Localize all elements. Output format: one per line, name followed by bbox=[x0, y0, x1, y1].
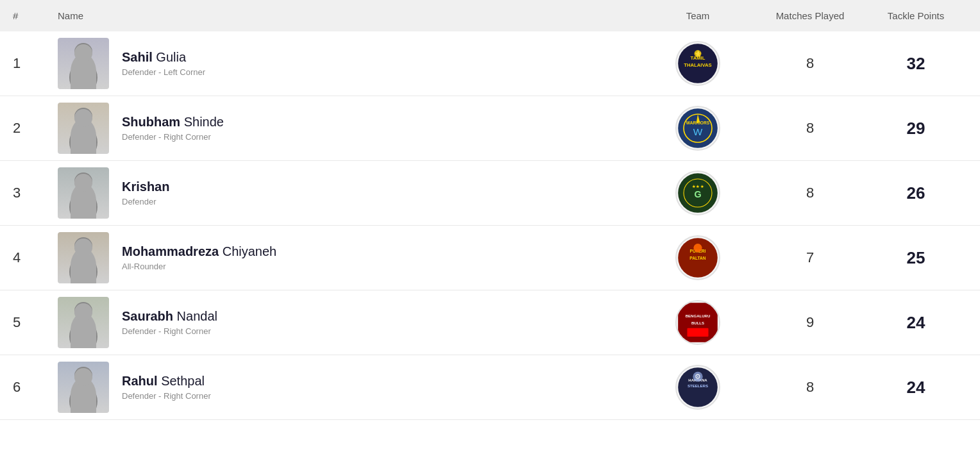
points-cell: 26 bbox=[865, 183, 967, 203]
rank-cell: 2 bbox=[13, 120, 58, 137]
table-body: 1 Sahil Gulia Defender - Left Corner TAM… bbox=[0, 31, 980, 420]
player-first-name: Krishan bbox=[122, 180, 169, 194]
player-info: Shubham Shinde Defender - Right Corner bbox=[122, 115, 224, 142]
rank-cell: 6 bbox=[13, 379, 58, 396]
player-info: Sahil Gulia Defender - Left Corner bbox=[122, 50, 205, 77]
leaderboard-table: # Name Team Matches Played Tackle Points… bbox=[0, 0, 980, 461]
player-position: Defender - Right Corner bbox=[122, 391, 211, 401]
team-cell: WARRIORS W bbox=[640, 106, 756, 151]
team-logo: WARRIORS W bbox=[675, 106, 720, 151]
table-row[interactable]: 1 Sahil Gulia Defender - Left Corner TAM… bbox=[0, 31, 980, 96]
table-row[interactable]: 5 Saurabh Nandal Defender - Right Corner… bbox=[0, 290, 980, 355]
player-first-name: Sahil bbox=[122, 50, 153, 64]
table-row[interactable]: 2 Shubham Shinde Defender - Right Corner bbox=[0, 96, 980, 161]
points-cell: 29 bbox=[865, 119, 967, 138]
player-photo bbox=[58, 103, 109, 154]
player-cell: Rahul Sethpal Defender - Right Corner bbox=[58, 362, 640, 413]
svg-point-25 bbox=[693, 244, 702, 252]
svg-point-7 bbox=[74, 108, 92, 126]
player-photo bbox=[58, 362, 109, 413]
player-info: Rahul Sethpal Defender - Right Corner bbox=[122, 374, 211, 401]
svg-rect-31 bbox=[688, 328, 709, 337]
player-photo bbox=[58, 232, 109, 283]
team-cell: HARYANA STEELERS ⚙ bbox=[640, 365, 756, 410]
team-logo: TAMIL THALAIVAS ⭐ bbox=[675, 41, 720, 86]
rank-cell: 1 bbox=[13, 55, 58, 72]
player-cell: Mohammadreza Chiyaneh All-Rounder bbox=[58, 232, 640, 283]
svg-text:THALAIVAS: THALAIVAS bbox=[684, 62, 711, 68]
team-header: Team bbox=[640, 10, 756, 21]
svg-text:G: G bbox=[694, 189, 701, 199]
rank-cell: 4 bbox=[13, 249, 58, 266]
points-cell: 24 bbox=[865, 378, 967, 398]
player-name: Sahil Gulia bbox=[122, 50, 205, 65]
player-first-name: Mohammadreza bbox=[122, 244, 219, 258]
svg-point-1 bbox=[69, 61, 97, 89]
table-row[interactable]: 4 Mohammadreza Chiyaneh All-Rounder PUNE… bbox=[0, 226, 980, 290]
svg-text:W: W bbox=[693, 126, 703, 137]
table-row[interactable]: 3 Krishan Defender ★ ★ ★ G bbox=[0, 161, 980, 226]
player-cell: Saurabh Nandal Defender - Right Corner bbox=[58, 297, 640, 348]
svg-text:STEELERS: STEELERS bbox=[688, 384, 708, 388]
svg-point-27 bbox=[69, 320, 97, 348]
player-position: All-Rounder bbox=[122, 262, 276, 271]
player-position: Defender bbox=[122, 197, 169, 206]
player-position: Defender - Right Corner bbox=[122, 326, 217, 336]
player-name: Rahul Sethpal bbox=[122, 374, 211, 389]
svg-point-33 bbox=[69, 385, 97, 413]
rank-cell: 5 bbox=[13, 314, 58, 331]
matches-cell: 7 bbox=[756, 249, 865, 266]
player-name: Shubham Shinde bbox=[122, 115, 224, 130]
svg-text:⭐: ⭐ bbox=[695, 50, 702, 58]
player-last-name: Nandal bbox=[177, 309, 217, 323]
matches-cell: 8 bbox=[756, 55, 865, 72]
svg-point-8 bbox=[69, 126, 97, 154]
team-logo: HARYANA STEELERS ⚙ bbox=[675, 365, 720, 410]
name-header: Name bbox=[58, 10, 640, 21]
svg-point-21 bbox=[69, 255, 97, 283]
team-logo: BENGALURU BULLS bbox=[675, 300, 720, 345]
svg-text:BULLS: BULLS bbox=[691, 321, 704, 325]
matches-cell: 8 bbox=[756, 379, 865, 396]
points-cell: 32 bbox=[865, 54, 967, 74]
player-cell: Krishan Defender bbox=[58, 167, 640, 219]
team-logo: PUNERI PALTAN bbox=[675, 235, 720, 280]
table-header: # Name Team Matches Played Tackle Points bbox=[0, 0, 980, 31]
svg-text:PALTAN: PALTAN bbox=[689, 256, 706, 260]
player-position: Defender - Left Corner bbox=[122, 67, 205, 77]
player-name: Mohammadreza Chiyaneh bbox=[122, 244, 276, 259]
matches-header: Matches Played bbox=[756, 10, 865, 21]
svg-text:★ ★ ★: ★ ★ ★ bbox=[692, 185, 704, 189]
player-position: Defender - Right Corner bbox=[122, 132, 224, 142]
player-name: Krishan bbox=[122, 180, 169, 194]
svg-point-14 bbox=[74, 172, 92, 190]
rank-cell: 3 bbox=[13, 185, 58, 201]
team-cell: ★ ★ ★ G bbox=[640, 171, 756, 215]
player-first-name: Saurabh bbox=[122, 309, 173, 323]
points-cell: 24 bbox=[865, 313, 967, 333]
player-first-name: Shubham bbox=[122, 115, 180, 129]
player-cell: Sahil Gulia Defender - Left Corner bbox=[58, 38, 640, 89]
matches-cell: 8 bbox=[756, 120, 865, 137]
team-cell: TAMIL THALAIVAS ⭐ bbox=[640, 41, 756, 86]
svg-point-32 bbox=[74, 367, 92, 385]
svg-point-0 bbox=[74, 43, 92, 61]
points-cell: 25 bbox=[865, 248, 967, 268]
player-info: Krishan Defender bbox=[122, 180, 169, 206]
rank-header: # bbox=[13, 10, 58, 21]
table-row[interactable]: 6 Rahul Sethpal Defender - Right Corner … bbox=[0, 355, 980, 420]
team-cell: BENGALURU BULLS bbox=[640, 300, 756, 345]
player-last-name: Chiyaneh bbox=[223, 244, 277, 258]
svg-text:BENGALURU: BENGALURU bbox=[686, 314, 711, 318]
team-cell: PUNERI PALTAN bbox=[640, 235, 756, 280]
player-first-name: Rahul bbox=[122, 374, 158, 388]
player-photo bbox=[58, 297, 109, 348]
player-last-name: Sethpal bbox=[161, 374, 205, 388]
matches-cell: 9 bbox=[756, 314, 865, 331]
team-logo: ★ ★ ★ G bbox=[675, 171, 720, 215]
svg-point-26 bbox=[74, 302, 92, 320]
player-last-name: Shinde bbox=[184, 115, 224, 129]
svg-text:⚙: ⚙ bbox=[695, 373, 701, 380]
points-header: Tackle Points bbox=[865, 10, 967, 21]
player-cell: Shubham Shinde Defender - Right Corner bbox=[58, 103, 640, 154]
